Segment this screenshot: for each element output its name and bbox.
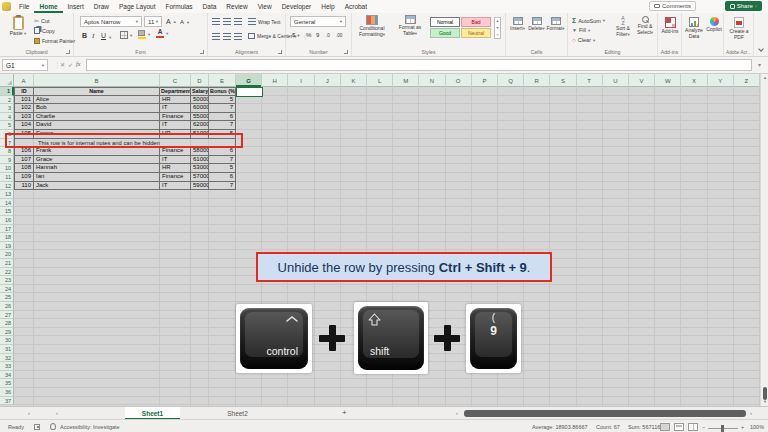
name-box[interactable]: G1▾ [2, 59, 48, 71]
col-header-S[interactable]: S [550, 74, 576, 87]
col-header-R[interactable]: R [524, 74, 550, 87]
hscroll-left-icon[interactable]: ‹ [456, 410, 458, 416]
font-color-button[interactable]: A▾ [156, 29, 168, 38]
col-header-P[interactable]: P [472, 74, 498, 87]
col-header-X[interactable]: X [681, 74, 707, 87]
style-chip-normal[interactable]: Normal [430, 17, 460, 27]
fx-icon[interactable]: fx [76, 61, 80, 67]
col-header-A[interactable]: A [14, 74, 34, 87]
select-all-corner[interactable] [0, 74, 14, 87]
row-header-18[interactable]: 18 [0, 233, 14, 242]
row-header-29[interactable]: 29 [0, 328, 14, 337]
cancel-icon[interactable]: ✕ [60, 61, 65, 68]
ribbon-tab-view[interactable]: View [253, 0, 277, 13]
row-header-4[interactable]: 4 [0, 113, 14, 122]
style-chip-good[interactable]: Good [430, 28, 460, 38]
addins-button[interactable]: Add-ins [660, 17, 680, 35]
zoom-slider-thumb[interactable] [721, 425, 724, 432]
decrease-decimal-button[interactable]: .00 [336, 33, 342, 38]
conditional-formatting-button[interactable]: Conditional Formatting▾ [354, 15, 390, 37]
row-header-31[interactable]: 31 [0, 345, 14, 354]
align-top-icon[interactable] [212, 18, 220, 26]
cell-D9[interactable]: 61000 [191, 156, 209, 165]
paste-button[interactable]: Paste ▾ [6, 16, 30, 37]
row-header-25[interactable]: 25 [0, 293, 14, 302]
cell-B11[interactable]: Ian [34, 173, 160, 182]
row-header-32[interactable]: 32 [0, 354, 14, 363]
row-header-21[interactable]: 21 [0, 259, 14, 268]
row-header-28[interactable]: 28 [0, 319, 14, 328]
font-size-select[interactable]: 11▾ [144, 16, 162, 27]
zoom-level[interactable]: 100% [750, 424, 764, 430]
format-painter-button[interactable]: Format Painter [34, 38, 75, 44]
row-header-1[interactable]: 1 [0, 87, 14, 96]
cell-A12[interactable]: 110 [14, 182, 34, 191]
sheet-nav-right-icon[interactable]: › [56, 410, 58, 416]
row-header-17[interactable]: 17 [0, 225, 14, 234]
shrink-font-button[interactable]: A▼ [180, 19, 190, 25]
col-header-H[interactable]: H [262, 74, 288, 87]
row-header-5[interactable]: 5 [0, 121, 14, 130]
normal-view-icon[interactable] [660, 423, 670, 431]
col-header-G[interactable]: G [236, 74, 262, 87]
hscroll-right-icon[interactable]: › [750, 410, 752, 416]
col-header-E[interactable]: E [209, 74, 236, 87]
cell-B5[interactable]: David [34, 121, 160, 130]
bold-button[interactable]: B [82, 32, 87, 39]
cell-C11[interactable]: Finance [160, 173, 191, 182]
cell-A11[interactable]: 109 [14, 173, 34, 182]
row-header-23[interactable]: 23 [0, 276, 14, 285]
cell-D4[interactable]: 55000 [191, 113, 209, 122]
cell-D11[interactable]: 57000 [191, 173, 209, 182]
collapse-ribbon-icon[interactable] [758, 46, 764, 52]
row-header-26[interactable]: 26 [0, 302, 14, 311]
cell-D5[interactable]: 62000 [191, 121, 209, 130]
row-header-13[interactable]: 13 [0, 190, 14, 199]
cell-A5[interactable]: 104 [14, 121, 34, 130]
copilot-button[interactable]: Copilot [705, 17, 723, 33]
percent-button[interactable]: % [306, 32, 311, 38]
cell-C4[interactable]: Finance [160, 113, 191, 122]
row-header-30[interactable]: 30 [0, 336, 14, 345]
cell-C3[interactable]: IT [160, 104, 191, 113]
row-header-34[interactable]: 34 [0, 371, 14, 380]
row-header-3[interactable]: 3 [0, 104, 14, 113]
cell-E3[interactable]: 7 [209, 104, 236, 113]
cell-A3[interactable]: 102 [14, 104, 34, 113]
cell-D2[interactable]: 50000 [191, 96, 209, 105]
row-header-22[interactable]: 22 [0, 268, 14, 277]
autosum-button[interactable]: ΣAutoSum▾ [572, 17, 605, 24]
ribbon-tab-insert[interactable]: Insert [63, 0, 89, 13]
cell-B3[interactable]: Bob [34, 104, 160, 113]
insert-cells-button[interactable]: Insert▾ [508, 17, 527, 32]
col-header-M[interactable]: M [393, 74, 419, 87]
col-header-Z[interactable]: Z [734, 74, 760, 87]
grow-font-button[interactable]: A▲ [166, 18, 177, 25]
col-header-C[interactable]: C [160, 74, 191, 87]
ribbon-tab-developer[interactable]: Developer [277, 0, 317, 13]
comments-button[interactable]: Comments [649, 1, 696, 11]
cell-B4[interactable]: Charlie [34, 113, 160, 122]
cell-E5[interactable]: 7 [209, 121, 236, 130]
align-bottom-icon[interactable] [234, 18, 242, 26]
row-header-36[interactable]: 36 [0, 388, 14, 397]
ribbon-tab-acrobat[interactable]: Acrobat [340, 0, 372, 13]
italic-button[interactable]: I [92, 32, 94, 40]
expand-formula-bar-icon[interactable]: ▾ [758, 61, 761, 68]
cut-button[interactable]: ✂Cut [34, 17, 50, 24]
cell-A4[interactable]: 103 [14, 113, 34, 122]
add-sheet-button[interactable]: + [342, 408, 347, 417]
row-header-20[interactable]: 20 [0, 250, 14, 259]
row-header-11[interactable]: 11 [0, 173, 14, 182]
ribbon-tab-home[interactable]: Home [34, 0, 62, 13]
row-header-9[interactable]: 9 [0, 156, 14, 165]
cell-C5[interactable]: IT [160, 121, 191, 130]
create-pdf-button[interactable]: Create a PDF [727, 17, 751, 40]
row-header-27[interactable]: 27 [0, 311, 14, 320]
row-header-2[interactable]: 2 [0, 96, 14, 105]
fill-button[interactable]: ▼Fill▾ [572, 27, 590, 33]
ribbon-tab-draw[interactable]: Draw [89, 0, 114, 13]
col-header-V[interactable]: V [629, 74, 655, 87]
align-right-icon[interactable] [234, 33, 242, 41]
row-header-35[interactable]: 35 [0, 379, 14, 388]
